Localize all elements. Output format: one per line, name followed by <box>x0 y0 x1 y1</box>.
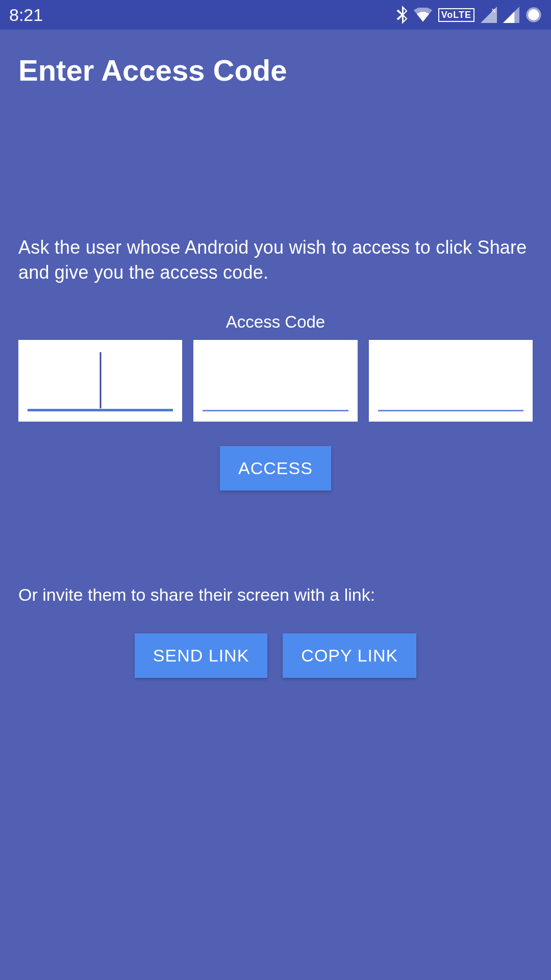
code-input-2[interactable] <box>193 340 357 422</box>
svg-text:×: × <box>491 7 496 15</box>
signal-2-icon <box>503 7 519 23</box>
link-buttons-row: SEND LINK COPY LINK <box>18 633 533 678</box>
record-icon <box>525 7 542 23</box>
access-button[interactable]: ACCESS <box>220 446 331 491</box>
input-underline <box>378 410 523 411</box>
invite-text: Or invite them to share their screen wit… <box>18 585 533 605</box>
bluetooth-icon <box>396 6 408 24</box>
code-input-row <box>18 340 533 422</box>
input-underline <box>28 409 173 411</box>
status-time: 8:21 <box>9 5 43 25</box>
input-underline <box>203 410 348 411</box>
send-link-button[interactable]: SEND LINK <box>135 633 268 678</box>
copy-link-button[interactable]: COPY LINK <box>283 633 416 678</box>
instruction-text: Ask the user whose Android you wish to a… <box>18 235 533 285</box>
wifi-icon <box>414 8 432 22</box>
page-title: Enter Access Code <box>18 53 533 87</box>
main-content: Enter Access Code Ask the user whose And… <box>0 30 551 696</box>
signal-1-icon: × <box>481 7 497 23</box>
access-code-label: Access Code <box>18 312 533 332</box>
volte-indicator: VoLTE <box>438 8 474 22</box>
code-input-3[interactable] <box>369 340 533 422</box>
svg-point-2 <box>528 9 539 20</box>
text-cursor <box>99 352 101 408</box>
code-input-1[interactable] <box>18 340 182 422</box>
status-bar: 8:21 VoLTE × <box>0 0 551 30</box>
status-icons: VoLTE × <box>396 6 542 24</box>
